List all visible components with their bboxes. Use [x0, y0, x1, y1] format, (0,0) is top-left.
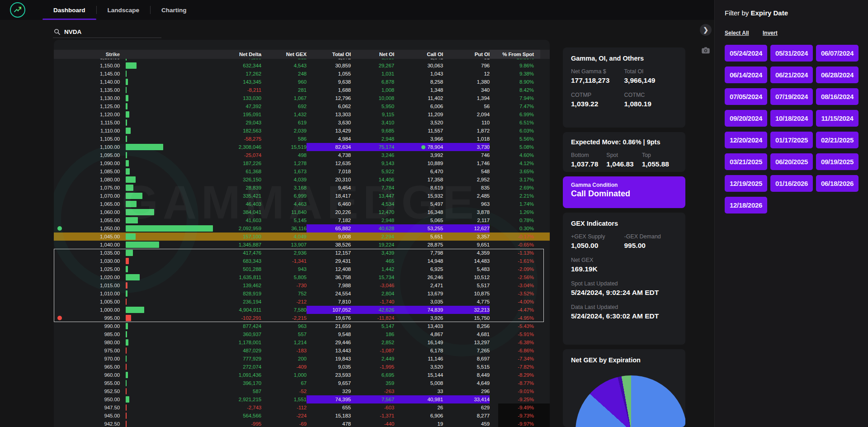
table-row[interactable]: 1,150.00632,3444,54330,85929,26730,06379… [54, 62, 550, 70]
table-row[interactable]: 1,015.00139,462-7307,988-3,0462,4715,517… [54, 281, 550, 289]
net-gex-bar [126, 160, 129, 166]
table-row[interactable]: 1,095.00-25,0744984,7383,2463,9927464.60… [54, 151, 550, 159]
cell-pct-from-spot: -7.34% [490, 356, 540, 361]
cell-pct-from-spot: -0.17% [490, 234, 540, 239]
cell-strike: 990.00 [66, 323, 120, 329]
table-row[interactable]: 995.00-102,291-2,21519,676-11,8243,92615… [54, 314, 550, 322]
expiry-date-button[interactable]: 05/31/2024 [770, 45, 813, 62]
tab-landscape[interactable]: Landscape [97, 0, 151, 20]
table-row[interactable]: 1,080.00326,1504,03920,31014,40617,3582,… [54, 176, 550, 184]
select-all-link[interactable]: Select All [725, 30, 749, 36]
table-row[interactable]: 975.00487,029-18313,443-1,0876,1787,265-… [54, 346, 550, 355]
invert-link[interactable]: Invert [763, 30, 778, 36]
table-row[interactable]: 1,025.00501,28894312,4081,4426,9255,483-… [54, 265, 550, 273]
ticker-search-input[interactable] [64, 28, 146, 35]
table-row[interactable]: 985.00360,9375579,5481864,8674,681-5.91% [54, 330, 550, 338]
tab-dashboard[interactable]: Dashboard [42, 0, 96, 20]
table-row[interactable]: 970.00777,92920019,8432,44911,1468,697-7… [54, 355, 550, 363]
cell-total-oi: 7,018 [307, 169, 351, 174]
expiry-date-button[interactable]: 06/14/2024 [725, 66, 767, 83]
cell-net-oi: 42,626 [351, 307, 394, 313]
table-row[interactable]: 1,130.00133,0301,06712,79610,00811,4021,… [54, 94, 550, 102]
table-row[interactable]: 945.00564,566-22415,183-1,3716,9068,277-… [54, 412, 550, 420]
cell-net-gex: 4,039 [261, 177, 307, 182]
table-row[interactable]: 952.50587-52329-26333296-9.01% [54, 387, 550, 395]
table-row[interactable]: 1,120.00195,0911,43213,3039,11511,2092,0… [54, 110, 550, 119]
cell-gex-bar [120, 265, 218, 273]
expiry-date-button[interactable]: 05/24/2024 [725, 45, 767, 62]
expiry-date-button[interactable]: 06/07/2024 [816, 45, 859, 62]
expiry-date-button[interactable]: 01/17/2025 [770, 132, 813, 148]
screenshot-button[interactable] [700, 44, 712, 56]
table-row[interactable]: 1,100.002,308,04615,51982,63475,17478,90… [54, 143, 550, 151]
expiry-date-button[interactable]: 11/15/2024 [816, 110, 859, 127]
expiry-date-button[interactable]: 06/21/2024 [770, 66, 813, 83]
column-header[interactable]: Net GEX [261, 50, 307, 59]
table-row[interactable]: 1,135.00-8,2112811,6881,0081,3483408.42% [54, 86, 550, 94]
table-row[interactable]: 1,005.00236,194-2127,810-1,7403,0354,775… [54, 298, 550, 306]
table-row[interactable]: 950.002,921,2151,55174,3957,56740,98133,… [54, 395, 550, 403]
expiry-date-button[interactable]: 09/19/2025 [816, 153, 859, 170]
table-row[interactable]: 980.001,178,0011,21429,4462,85216,14913,… [54, 338, 550, 346]
cell-total-oi: 13,303 [307, 112, 351, 117]
table-row[interactable]: 990.00877,42496321,6595,14713,4038,256-5… [54, 322, 550, 330]
table-row[interactable]: 1,055.0041,6035,1457,1822,9485,0652,1170… [54, 216, 550, 224]
expiry-date-button[interactable]: 06/18/2026 [816, 175, 859, 192]
column-header[interactable]: Net Delta [218, 50, 261, 59]
expiry-date-button[interactable]: 10/18/2024 [770, 110, 813, 127]
table-row[interactable]: 1,125.0047,3926926,0625,9506,006567.47% [54, 102, 550, 110]
table-row[interactable]: 1,145.0017,2622481,0551,0311,043129.38% [54, 70, 550, 78]
cell-net-gex: 1,432 [261, 112, 307, 117]
cell-net-gex: 498 [261, 152, 307, 158]
table-row[interactable]: 1,060.00384,04111,84020,22612,47016,3483… [54, 208, 550, 216]
table-row[interactable]: 1,050.002,092,95936,11665,88240,62853,25… [54, 224, 550, 232]
expiry-date-button[interactable]: 01/16/2026 [770, 175, 813, 192]
table-row[interactable]: 1,065.0046,4034,4636,4604,5345,4979631.7… [54, 200, 550, 208]
expiry-date-button[interactable]: 08/16/2024 [816, 88, 859, 105]
expiry-date-button[interactable]: 12/18/2026 [725, 197, 767, 214]
column-header[interactable]: Strike [66, 50, 120, 59]
tab-charting[interactable]: Charting [151, 0, 198, 20]
table-row[interactable]: 1,010.00828,91975224,5542,80413,67910,87… [54, 289, 550, 298]
table-row[interactable]: 965.00272,074-4099,035-1,9953,5205,515-7… [54, 363, 550, 371]
table-row[interactable]: 1,085.0061,3681,6737,0185,9226,4705483.6… [54, 167, 550, 176]
expiry-date-button[interactable]: 02/21/2025 [816, 132, 859, 148]
cell-call-oi: 11,146 [394, 356, 443, 361]
column-header[interactable]: Put OI [443, 50, 490, 59]
column-header[interactable]: % From Spot [490, 50, 540, 59]
collapse-panel-button[interactable]: ❯ [700, 24, 712, 36]
expiry-date-button[interactable]: 03/21/2025 [725, 153, 767, 170]
table-row[interactable]: 1,105.00-58,2755864,9842,9483,9661,0185.… [54, 135, 550, 143]
column-header[interactable]: Net OI [351, 50, 394, 59]
table-row[interactable]: 1,110.00182,5632,03913,4299,68511,5571,8… [54, 127, 550, 135]
table-row[interactable]: 955.00396,170679,6573595,0084,649-8.77% [54, 379, 550, 387]
table-row[interactable]: 1,140.00143,3459609,6386,8788,2581,3808.… [54, 78, 550, 86]
table-row[interactable]: 1,035.00417,4762,93612,1573,4397,7984,35… [54, 249, 550, 257]
cell-gex-bar [120, 143, 218, 151]
cell-net-gex: 1,214 [261, 340, 307, 345]
expiry-date-button[interactable]: 07/19/2024 [770, 88, 813, 105]
column-header[interactable]: Total OI [307, 50, 351, 59]
table-row[interactable]: 1,045.00157,1004,0499,0082,2945,6513,357… [54, 232, 550, 241]
expiry-date-button[interactable]: 12/20/2024 [725, 132, 767, 148]
table-row[interactable]: 1,090.00187,2261,27812,6359,14310,8891,7… [54, 159, 550, 167]
table-row[interactable]: 1,115.0029,0436193,6303,4103,5201106.51% [54, 119, 550, 127]
table-row[interactable]: 947.50-2,743-112655-60326629-9.49% [54, 403, 550, 412]
table-row[interactable]: 942.50-995-69478-44019459-9.97% [54, 420, 550, 427]
expiry-date-button[interactable]: 06/28/2024 [816, 66, 859, 83]
column-header[interactable] [120, 50, 218, 58]
table-row[interactable]: 1,020.001,635,8115,80536,75815,73426,246… [54, 273, 550, 281]
table-row[interactable]: 1,040.001,345,88713,90738,52619,22428,87… [54, 241, 550, 249]
stat-value: 177,118,273 [571, 76, 624, 85]
cell-strike: 1,005.00 [66, 299, 120, 304]
table-row[interactable]: 960.001,091,4361,00023,5936,69515,1448,4… [54, 371, 550, 379]
table-row[interactable]: 1,075.0028,8393,1689,4547,7848,6198352.6… [54, 184, 550, 192]
expiry-date-button[interactable]: 06/20/2025 [770, 153, 813, 170]
expiry-date-button[interactable]: 07/05/2024 [725, 88, 767, 105]
column-header[interactable]: Call OI [394, 50, 443, 59]
table-row[interactable]: 1,000.004,904,9117,580107,05242,62674,83… [54, 306, 550, 314]
table-row[interactable]: 1,030.00683,343-1,34129,43146514,94814,4… [54, 257, 550, 265]
table-row[interactable]: 1,070.00335,4216,99918,41713,44715,9322,… [54, 192, 550, 200]
expiry-date-button[interactable]: 09/20/2024 [725, 110, 767, 127]
expiry-date-button[interactable]: 12/19/2025 [725, 175, 767, 192]
